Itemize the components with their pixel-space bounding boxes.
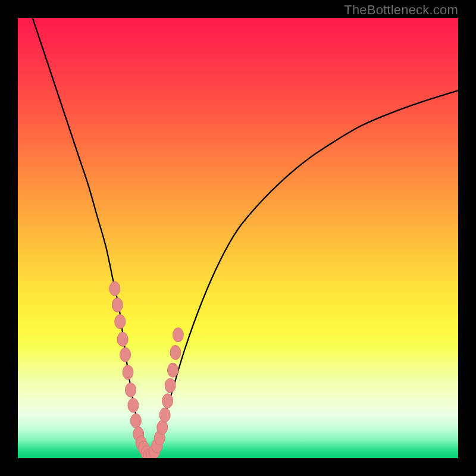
curve-marker	[157, 420, 168, 434]
curve-marker	[130, 414, 141, 428]
curve-marker	[159, 408, 170, 422]
curve-marker	[115, 315, 126, 329]
curve-layer	[18, 18, 458, 458]
curve-marker	[173, 328, 183, 342]
curve-marker	[167, 363, 178, 377]
chart-frame: TheBottleneck.com	[0, 0, 476, 476]
watermark-text: TheBottleneck.com	[344, 2, 458, 18]
curve-marker	[128, 398, 139, 412]
curve-marker	[112, 298, 123, 312]
curve-marker	[109, 281, 120, 296]
curve-marker	[165, 378, 176, 393]
bottleneck-curve	[31, 18, 458, 456]
plot-area	[18, 18, 458, 458]
curve-marker	[125, 383, 136, 397]
curve-marker	[170, 345, 181, 359]
curve-marker	[162, 394, 173, 408]
marker-group	[109, 281, 184, 458]
curve-marker	[120, 347, 131, 362]
curve-marker	[123, 365, 133, 380]
curve-marker	[117, 332, 128, 346]
